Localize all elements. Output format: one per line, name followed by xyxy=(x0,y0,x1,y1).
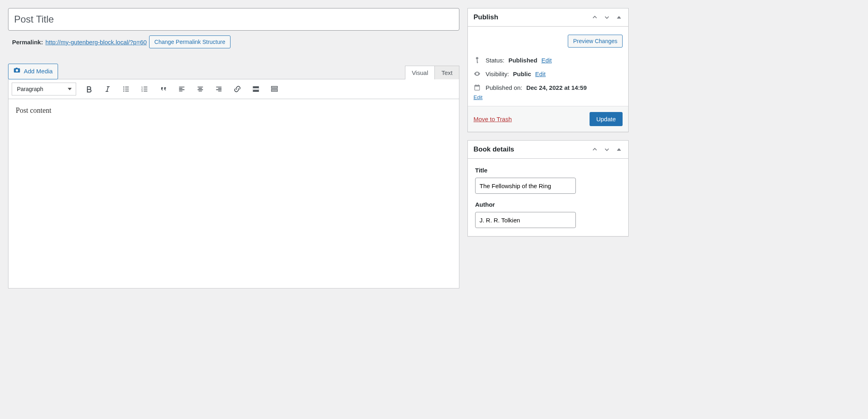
svg-rect-17 xyxy=(274,90,275,91)
book-title-input[interactable] xyxy=(475,178,576,194)
align-right-button[interactable] xyxy=(213,83,224,95)
preview-changes-button[interactable]: Preview Changes xyxy=(568,35,623,48)
tab-text[interactable]: Text xyxy=(435,66,459,79)
calendar-icon xyxy=(473,84,482,91)
editor-toolbar: Paragraph 123 xyxy=(8,79,459,99)
tab-visual[interactable]: Visual xyxy=(405,66,435,79)
blockquote-button[interactable] xyxy=(158,83,169,95)
svg-rect-16 xyxy=(273,90,274,91)
toggle-panel-icon[interactable] xyxy=(615,14,623,21)
svg-text:3: 3 xyxy=(141,89,143,92)
edit-visibility-link[interactable]: Edit xyxy=(535,71,546,77)
svg-point-0 xyxy=(123,86,125,87)
svg-rect-9 xyxy=(272,87,273,88)
book-author-input[interactable] xyxy=(475,212,576,228)
bullet-list-button[interactable] xyxy=(120,83,132,95)
visibility-row: Visibility: Public Edit xyxy=(473,67,623,81)
change-permalink-button[interactable]: Change Permalink Structure xyxy=(149,35,230,48)
align-left-button[interactable] xyxy=(176,83,187,95)
svg-rect-11 xyxy=(274,87,275,88)
permalink-label: Permalink: xyxy=(12,39,43,46)
insert-link-button[interactable] xyxy=(232,83,243,95)
add-media-button[interactable]: Add Media xyxy=(8,64,58,79)
read-more-button[interactable] xyxy=(250,83,262,95)
svg-rect-19 xyxy=(276,90,277,91)
published-on-row: Published on: Dec 24, 2022 at 14:59 xyxy=(473,81,623,94)
svg-rect-7 xyxy=(253,90,259,91)
update-button[interactable]: Update xyxy=(590,112,623,126)
svg-point-1 xyxy=(123,88,125,89)
visibility-value: Public xyxy=(513,71,531,77)
add-media-label: Add Media xyxy=(24,67,53,76)
publish-box: Publish Preview Changes Status: Publishe… xyxy=(467,8,629,132)
format-selector[interactable]: Paragraph xyxy=(12,83,76,95)
numbered-list-button[interactable]: 123 xyxy=(139,83,150,95)
svg-rect-15 xyxy=(272,90,273,91)
svg-rect-12 xyxy=(275,87,276,88)
move-up-icon[interactable] xyxy=(591,14,598,21)
svg-rect-13 xyxy=(276,87,277,88)
visibility-label: Visibility: xyxy=(486,71,509,77)
italic-button[interactable] xyxy=(102,83,113,95)
edit-status-link[interactable]: Edit xyxy=(541,57,552,64)
move-down-icon[interactable] xyxy=(603,14,611,21)
book-details-box: Book details Title Author xyxy=(467,140,629,236)
svg-rect-10 xyxy=(273,87,274,88)
edit-date-link[interactable]: Edit xyxy=(473,94,482,100)
permalink-row: Permalink: http://my-gutenberg-block.loc… xyxy=(8,31,459,50)
svg-rect-6 xyxy=(253,86,259,88)
align-center-button[interactable] xyxy=(195,83,206,95)
status-row: Status: Published Edit xyxy=(473,53,623,67)
format-selector-label: Paragraph xyxy=(17,86,43,92)
svg-rect-18 xyxy=(275,90,276,91)
published-on-label: Published on: xyxy=(486,84,522,91)
move-to-trash-link[interactable]: Move to Trash xyxy=(473,116,512,122)
move-down-icon[interactable] xyxy=(603,146,611,153)
book-author-label: Author xyxy=(475,201,621,208)
editor-tabs: Visual Text xyxy=(405,66,459,79)
svg-point-2 xyxy=(123,90,125,91)
bold-button[interactable] xyxy=(83,83,95,95)
permalink-url[interactable]: http://my-gutenberg-block.local/?p=60 xyxy=(46,39,147,46)
publish-heading: Publish xyxy=(473,13,498,21)
eye-icon xyxy=(473,70,482,77)
status-value: Published xyxy=(509,57,538,64)
camera-music-icon xyxy=(13,66,21,77)
post-title-input[interactable] xyxy=(8,8,459,31)
toggle-panel-icon[interactable] xyxy=(615,146,623,153)
move-up-icon[interactable] xyxy=(591,146,598,153)
key-icon xyxy=(473,56,482,64)
book-details-heading: Book details xyxy=(473,145,514,153)
published-on-value: Dec 24, 2022 at 14:59 xyxy=(526,84,587,91)
toolbar-toggle-button[interactable] xyxy=(269,83,280,95)
book-title-label: Title xyxy=(475,167,621,174)
editor-content[interactable]: Post content xyxy=(8,99,459,288)
status-label: Status: xyxy=(486,57,505,64)
